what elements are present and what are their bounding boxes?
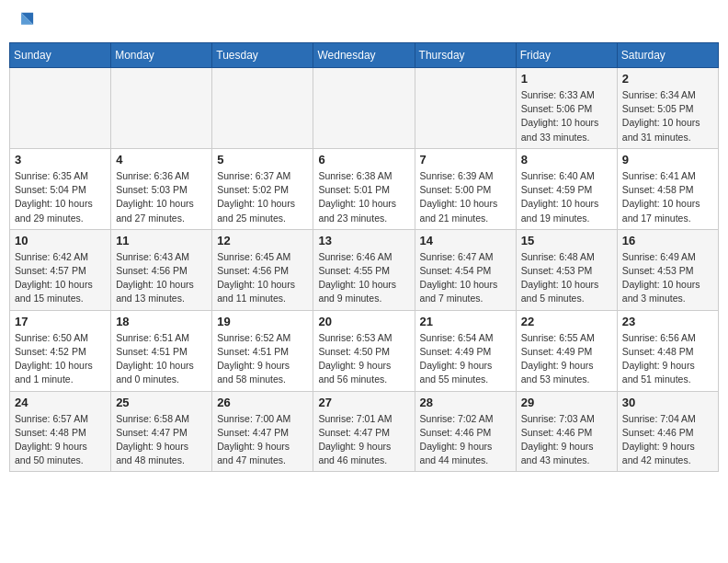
day-info: Sunrise: 6:56 AM Sunset: 4:48 PM Dayligh… [622, 331, 713, 387]
day-cell [313, 68, 415, 149]
day-info: Sunrise: 6:35 AM Sunset: 5:04 PM Dayligh… [15, 169, 106, 225]
calendar-table: SundayMondayTuesdayWednesdayThursdayFrid… [9, 42, 719, 472]
day-info: Sunrise: 6:45 AM Sunset: 4:56 PM Dayligh… [217, 250, 308, 306]
day-number: 10 [15, 234, 106, 247]
day-info: Sunrise: 6:34 AM Sunset: 5:05 PM Dayligh… [622, 88, 713, 144]
day-cell: 10Sunrise: 6:42 AM Sunset: 4:57 PM Dayli… [10, 229, 111, 310]
day-cell: 22Sunrise: 6:55 AM Sunset: 4:49 PM Dayli… [516, 310, 617, 391]
day-cell: 15Sunrise: 6:48 AM Sunset: 4:53 PM Dayli… [516, 229, 617, 310]
day-number: 27 [318, 396, 409, 409]
day-number: 30 [622, 396, 713, 409]
day-cell: 20Sunrise: 6:53 AM Sunset: 4:50 PM Dayli… [313, 310, 415, 391]
day-number: 7 [420, 153, 511, 167]
logo [9, 9, 39, 35]
day-number: 5 [217, 153, 308, 167]
day-number: 17 [15, 315, 106, 328]
day-number: 1 [521, 72, 612, 86]
day-info: Sunrise: 6:41 AM Sunset: 4:58 PM Dayligh… [622, 169, 713, 225]
day-number: 19 [217, 315, 308, 328]
day-number: 3 [15, 153, 106, 167]
day-number: 22 [521, 315, 612, 328]
day-info: Sunrise: 7:00 AM Sunset: 4:47 PM Dayligh… [217, 412, 308, 468]
day-cell: 16Sunrise: 6:49 AM Sunset: 4:53 PM Dayli… [617, 229, 718, 310]
day-cell: 12Sunrise: 6:45 AM Sunset: 4:56 PM Dayli… [212, 229, 313, 310]
day-cell [415, 68, 516, 149]
day-cell: 3Sunrise: 6:35 AM Sunset: 5:04 PM Daylig… [10, 148, 111, 229]
day-info: Sunrise: 6:48 AM Sunset: 4:53 PM Dayligh… [521, 250, 612, 306]
day-number: 18 [116, 315, 207, 328]
day-cell: 18Sunrise: 6:51 AM Sunset: 4:51 PM Dayli… [111, 310, 212, 391]
logo-icon [9, 9, 35, 35]
day-info: Sunrise: 6:40 AM Sunset: 4:59 PM Dayligh… [521, 169, 612, 225]
day-number: 25 [116, 396, 207, 409]
day-info: Sunrise: 6:55 AM Sunset: 4:49 PM Dayligh… [521, 331, 612, 387]
day-info: Sunrise: 6:50 AM Sunset: 4:52 PM Dayligh… [15, 331, 106, 387]
week-row-4: 17Sunrise: 6:50 AM Sunset: 4:52 PM Dayli… [10, 310, 719, 391]
day-cell: 9Sunrise: 6:41 AM Sunset: 4:58 PM Daylig… [617, 148, 718, 229]
header-day-sunday: Sunday [10, 43, 111, 68]
day-info: Sunrise: 7:03 AM Sunset: 4:46 PM Dayligh… [521, 412, 612, 468]
day-cell: 13Sunrise: 6:46 AM Sunset: 4:55 PM Dayli… [313, 229, 415, 310]
day-number: 28 [420, 396, 511, 409]
day-cell: 5Sunrise: 6:37 AM Sunset: 5:02 PM Daylig… [212, 148, 313, 229]
day-cell: 26Sunrise: 7:00 AM Sunset: 4:47 PM Dayli… [212, 391, 313, 472]
header-day-wednesday: Wednesday [313, 43, 415, 68]
day-info: Sunrise: 6:53 AM Sunset: 4:50 PM Dayligh… [318, 331, 409, 387]
day-cell: 21Sunrise: 6:54 AM Sunset: 4:49 PM Dayli… [415, 310, 516, 391]
day-info: Sunrise: 6:43 AM Sunset: 4:56 PM Dayligh… [116, 250, 207, 306]
day-number: 11 [116, 234, 207, 247]
calendar-body: 1Sunrise: 6:33 AM Sunset: 5:06 PM Daylig… [10, 68, 719, 472]
day-cell: 2Sunrise: 6:34 AM Sunset: 5:05 PM Daylig… [617, 68, 718, 149]
header-day-thursday: Thursday [415, 43, 516, 68]
day-cell: 25Sunrise: 6:58 AM Sunset: 4:47 PM Dayli… [111, 391, 212, 472]
day-cell [10, 68, 111, 149]
day-info: Sunrise: 7:01 AM Sunset: 4:47 PM Dayligh… [318, 412, 409, 468]
week-row-3: 10Sunrise: 6:42 AM Sunset: 4:57 PM Dayli… [10, 229, 719, 310]
day-number: 14 [420, 234, 511, 247]
day-cell: 24Sunrise: 6:57 AM Sunset: 4:48 PM Dayli… [10, 391, 111, 472]
day-info: Sunrise: 6:54 AM Sunset: 4:49 PM Dayligh… [420, 331, 511, 387]
day-number: 21 [420, 315, 511, 328]
day-number: 13 [318, 234, 409, 247]
day-number: 12 [217, 234, 308, 247]
day-cell: 27Sunrise: 7:01 AM Sunset: 4:47 PM Dayli… [313, 391, 415, 472]
day-cell: 29Sunrise: 7:03 AM Sunset: 4:46 PM Dayli… [516, 391, 617, 472]
header-day-saturday: Saturday [617, 43, 718, 68]
day-cell: 30Sunrise: 7:04 AM Sunset: 4:46 PM Dayli… [617, 391, 718, 472]
day-number: 9 [622, 153, 713, 167]
day-cell: 19Sunrise: 6:52 AM Sunset: 4:51 PM Dayli… [212, 310, 313, 391]
day-cell: 4Sunrise: 6:36 AM Sunset: 5:03 PM Daylig… [111, 148, 212, 229]
page-header [9, 9, 719, 35]
day-number: 8 [521, 153, 612, 167]
day-cell: 1Sunrise: 6:33 AM Sunset: 5:06 PM Daylig… [516, 68, 617, 149]
header-day-friday: Friday [516, 43, 617, 68]
day-info: Sunrise: 6:37 AM Sunset: 5:02 PM Dayligh… [217, 169, 308, 225]
day-number: 6 [318, 153, 409, 167]
week-row-5: 24Sunrise: 6:57 AM Sunset: 4:48 PM Dayli… [10, 391, 719, 472]
day-cell: 11Sunrise: 6:43 AM Sunset: 4:56 PM Dayli… [111, 229, 212, 310]
week-row-2: 3Sunrise: 6:35 AM Sunset: 5:04 PM Daylig… [10, 148, 719, 229]
day-info: Sunrise: 6:38 AM Sunset: 5:01 PM Dayligh… [318, 169, 409, 225]
day-info: Sunrise: 6:36 AM Sunset: 5:03 PM Dayligh… [116, 169, 207, 225]
day-info: Sunrise: 6:49 AM Sunset: 4:53 PM Dayligh… [622, 250, 713, 306]
day-number: 20 [318, 315, 409, 328]
day-number: 23 [622, 315, 713, 328]
calendar-header: SundayMondayTuesdayWednesdayThursdayFrid… [10, 43, 719, 68]
day-cell: 6Sunrise: 6:38 AM Sunset: 5:01 PM Daylig… [313, 148, 415, 229]
header-day-monday: Monday [111, 43, 212, 68]
header-day-tuesday: Tuesday [212, 43, 313, 68]
day-cell [212, 68, 313, 149]
day-info: Sunrise: 6:42 AM Sunset: 4:57 PM Dayligh… [15, 250, 106, 306]
day-info: Sunrise: 6:57 AM Sunset: 4:48 PM Dayligh… [15, 412, 106, 468]
day-info: Sunrise: 6:39 AM Sunset: 5:00 PM Dayligh… [420, 169, 511, 225]
day-number: 29 [521, 396, 612, 409]
day-cell: 14Sunrise: 6:47 AM Sunset: 4:54 PM Dayli… [415, 229, 516, 310]
day-cell: 28Sunrise: 7:02 AM Sunset: 4:46 PM Dayli… [415, 391, 516, 472]
day-cell: 7Sunrise: 6:39 AM Sunset: 5:00 PM Daylig… [415, 148, 516, 229]
day-info: Sunrise: 6:47 AM Sunset: 4:54 PM Dayligh… [420, 250, 511, 306]
day-cell [111, 68, 212, 149]
day-number: 16 [622, 234, 713, 247]
day-number: 24 [15, 396, 106, 409]
day-info: Sunrise: 6:52 AM Sunset: 4:51 PM Dayligh… [217, 331, 308, 387]
day-cell: 17Sunrise: 6:50 AM Sunset: 4:52 PM Dayli… [10, 310, 111, 391]
